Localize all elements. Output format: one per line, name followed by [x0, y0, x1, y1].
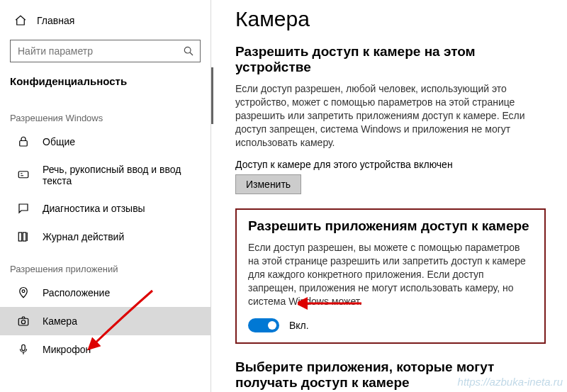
location-icon [17, 286, 30, 299]
svg-point-7 [22, 290, 25, 293]
svg-point-9 [21, 320, 25, 324]
svg-point-0 [184, 47, 191, 53]
page-title: Камера [235, 7, 546, 31]
sidebar-item-speech[interactable]: Речь, рукописный ввод и ввод текста [0, 156, 210, 194]
sidebar-item-microphone[interactable]: Микрофон [0, 335, 210, 364]
sidebar-item-label: Камера [43, 315, 77, 327]
toggle-state-label: Вкл. [289, 320, 309, 331]
section-heading-choose-apps: Выберите приложения, которые могут получ… [235, 359, 546, 391]
sidebar-item-label: Диагностика и отзывы [43, 203, 145, 214]
feedback-icon [17, 202, 30, 215]
svg-rect-4 [18, 233, 22, 241]
sidebar-item-activity[interactable]: Журнал действий [0, 223, 210, 251]
app-access-toggle-row: Вкл. [248, 318, 533, 332]
group-title-windows: Разрешения Windows [0, 100, 210, 128]
sidebar-item-label: Расположение [43, 287, 110, 298]
app-access-toggle[interactable] [248, 318, 279, 332]
change-button[interactable]: Изменить [235, 174, 301, 194]
section-heading-app-access: Разрешить приложениям доступ к камере [248, 218, 533, 234]
home-icon [14, 14, 27, 27]
home-nav[interactable]: Главная [0, 9, 210, 34]
sidebar-item-label: Микрофон [43, 344, 91, 355]
sidebar-item-label: Журнал действий [43, 231, 124, 242]
settings-content: Камера Разрешить доступ к камере на этом… [211, 0, 567, 392]
group-title-apps: Разрешения приложений [0, 251, 210, 279]
section-heading-device-access: Разрешить доступ к камере на этом устрой… [235, 44, 546, 75]
device-access-status: Доступ к камере для этого устройства вкл… [235, 159, 546, 170]
sidebar-item-general[interactable]: Общие [0, 128, 210, 156]
search-icon [183, 45, 194, 57]
sidebar-item-location[interactable]: Расположение [0, 279, 210, 307]
activity-icon [17, 230, 30, 243]
app-access-description: Если доступ разрешен, вы можете с помощь… [248, 241, 533, 308]
lock-icon [17, 135, 30, 148]
device-access-description: Если доступ разрешен, любой человек, исп… [235, 82, 546, 149]
sidebar-item-label: Общие [43, 136, 75, 147]
svg-line-1 [190, 52, 193, 55]
microphone-icon [17, 343, 30, 356]
home-label: Главная [37, 15, 74, 26]
svg-rect-10 [22, 345, 26, 350]
settings-sidebar: Главная Конфиденциальность Разрешения Wi… [0, 0, 211, 392]
sidebar-item-diagnostics[interactable]: Диагностика и отзывы [0, 194, 210, 223]
app-access-highlight: Разрешить приложениям доступ к камере Ес… [235, 208, 546, 343]
svg-rect-5 [23, 233, 26, 241]
search-input[interactable] [18, 45, 183, 57]
svg-rect-3 [18, 172, 28, 178]
current-section-title: Конфиденциальность [0, 71, 210, 100]
speech-icon [17, 169, 30, 181]
sidebar-item-camera[interactable]: Камера [0, 307, 210, 335]
search-box[interactable] [10, 40, 201, 62]
svg-rect-8 [18, 318, 28, 325]
svg-rect-2 [20, 141, 28, 147]
sidebar-item-label: Речь, рукописный ввод и ввод текста [43, 164, 201, 186]
camera-icon [17, 315, 30, 327]
